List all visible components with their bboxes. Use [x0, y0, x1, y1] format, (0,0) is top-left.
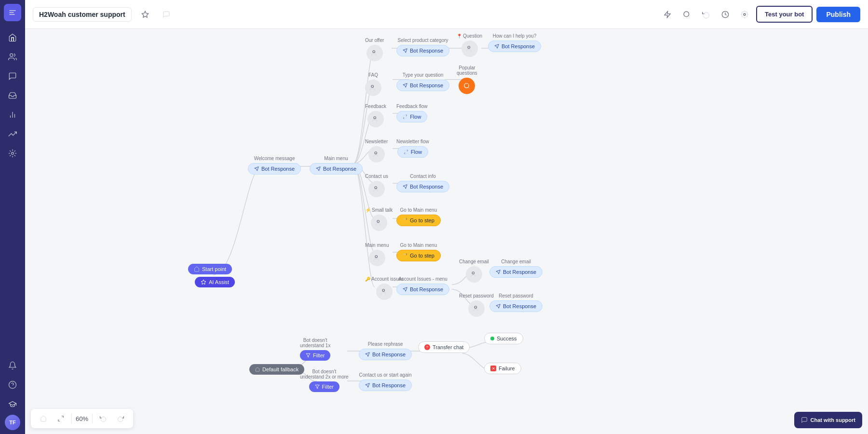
lightning-button[interactable] [660, 7, 675, 22]
sidebar-item-integrations[interactable] [4, 145, 21, 162]
newsletter-node[interactable]: Newsletter [365, 139, 388, 163]
please-rephrase-node[interactable]: Please rephrase Bot Response [359, 341, 412, 360]
go-to-step-1-pill[interactable]: Go to step [396, 215, 441, 226]
publish-button[interactable]: Publish [816, 7, 860, 22]
sidebar-item-notifications[interactable] [4, 357, 21, 374]
change-email-response-node[interactable]: Change email Bot Response [489, 259, 542, 278]
filter-2-pill[interactable]: Filter [309, 381, 339, 392]
sidebar-item-learn[interactable] [4, 395, 21, 413]
contact-info-pill[interactable]: Bot Response [396, 181, 449, 192]
sidebar-item-analytics[interactable] [4, 106, 21, 123]
ai-assist-pill[interactable]: AI Assist [195, 277, 235, 287]
change-email-response-pill[interactable]: Bot Response [489, 266, 542, 278]
failure-node[interactable]: ✕ Failure [484, 363, 521, 374]
go-to-main-menu-2-node[interactable]: Go to Main menu Go to step [396, 243, 441, 261]
account-issues-menu-node[interactable]: Account Issues - menu Bot Response [396, 276, 449, 295]
change-email-circle[interactable] [466, 266, 482, 283]
how-can-i-help-pill[interactable]: Bot Response [488, 41, 541, 52]
reset-password-response-node[interactable]: Reset password Bot Response [489, 293, 542, 312]
svg-marker-63 [306, 353, 310, 357]
popular-questions-node[interactable]: Popularquestions [457, 65, 477, 94]
start-point-pill[interactable]: Start point [188, 264, 232, 274]
select-product-pill[interactable]: Bot Response [396, 45, 449, 56]
contact-info-node[interactable]: Contact info Bot Response [396, 174, 449, 192]
feedback-node[interactable]: Feedback [365, 104, 386, 127]
refresh-button[interactable] [698, 7, 714, 22]
small-talk-circle[interactable] [371, 215, 387, 231]
search-button[interactable] [679, 7, 694, 22]
contact-restart-node[interactable]: Contact us or start again Bot Response [359, 372, 412, 391]
main-menu2-node[interactable]: Main menu [365, 243, 389, 266]
question-circle[interactable] [461, 41, 478, 57]
transfer-chat-node[interactable]: Transfer chat [418, 341, 470, 353]
select-product-node[interactable]: Select product category Bot Response [396, 38, 449, 56]
bot-name[interactable]: H2Woah customer support [33, 7, 132, 22]
faq-node[interactable]: FAQ [365, 72, 381, 96]
please-rephrase-pill[interactable]: Bot Response [359, 349, 412, 360]
success-node[interactable]: Success [484, 333, 523, 344]
reset-password-circle[interactable] [468, 300, 485, 317]
faq-circle[interactable] [365, 80, 381, 96]
start-point-node[interactable]: Start point [188, 264, 232, 274]
expand-button[interactable] [54, 412, 68, 425]
small-talk-node[interactable]: Small talk [365, 207, 393, 231]
svg-point-47 [374, 117, 376, 119]
account-issues-circle[interactable] [376, 284, 393, 300]
default-fallback-pill[interactable]: Default fallback [249, 364, 304, 375]
popular-questions-circle[interactable] [459, 78, 475, 94]
type-question-pill[interactable]: Bot Response [396, 80, 449, 91]
newsletter-flow-pill[interactable]: Flow [397, 146, 428, 158]
our-offer-circle[interactable] [366, 45, 383, 61]
newsletter-flow-node[interactable]: Newsletter flow Flow [396, 139, 429, 158]
test-bot-button[interactable]: Test your bot [756, 6, 813, 23]
fit-view-button[interactable] [37, 412, 50, 425]
history-button[interactable] [718, 7, 733, 22]
main-menu-node[interactable]: Main menu Bot Response [310, 156, 363, 175]
sidebar-item-trends[interactable] [4, 125, 21, 143]
feedback-flow-node[interactable]: Feedback flow Flow [396, 104, 427, 122]
go-to-step-2-pill[interactable]: Go to step [396, 250, 441, 261]
filter-1-pill[interactable]: Filter [300, 350, 330, 361]
contact-us-circle[interactable] [368, 181, 385, 197]
bot-doesnt-2x-node[interactable]: Bot doesn'tunderstand 2x or more Filter [300, 369, 349, 392]
sidebar-item-home[interactable] [4, 29, 21, 46]
feedback-flow-pill[interactable]: Flow [396, 111, 427, 122]
sidebar-item-chat[interactable] [4, 68, 21, 85]
main-menu2-circle[interactable] [369, 250, 385, 266]
bot-doesnt-1x-node[interactable]: Bot doesn'tunderstand 1x Filter [300, 338, 330, 361]
svg-line-71 [58, 419, 60, 421]
magic-button[interactable] [137, 7, 153, 22]
default-fallback-node[interactable]: Default fallback [249, 364, 304, 375]
our-offer-node[interactable]: Our offer [365, 38, 384, 61]
contact-us-node[interactable]: Contact us [365, 174, 388, 197]
redo-button[interactable] [114, 412, 127, 425]
sidebar-item-help[interactable] [4, 376, 21, 393]
welcome-message-node[interactable]: Welcome message Bot Response [248, 156, 301, 175]
sidebar-item-users[interactable] [4, 48, 21, 66]
type-your-question-node[interactable]: Type your question Bot Response [396, 72, 449, 91]
chat-bubble-button[interactable] [159, 7, 174, 22]
change-email-node[interactable]: Change email [459, 259, 489, 283]
main-menu-pill[interactable]: Bot Response [310, 163, 363, 175]
sidebar-logo[interactable] [4, 4, 21, 21]
svg-point-5 [12, 152, 14, 155]
question-node[interactable]: Question [457, 33, 482, 57]
how-can-i-help-node[interactable]: How can I help you? Bot Response [488, 33, 541, 52]
chat-support-button[interactable]: Chat with support [794, 412, 863, 428]
welcome-response-pill[interactable]: Bot Response [248, 163, 301, 175]
svg-point-54 [382, 289, 385, 292]
settings-button[interactable] [737, 7, 752, 22]
undo-button[interactable] [96, 412, 110, 425]
feedback-circle[interactable] [367, 111, 384, 127]
newsletter-circle[interactable] [368, 146, 385, 163]
reset-password-node[interactable]: Reset password [459, 293, 494, 317]
contact-restart-pill[interactable]: Bot Response [359, 380, 412, 391]
sidebar-item-inbox[interactable] [4, 87, 21, 104]
reset-password-response-pill[interactable]: Bot Response [489, 300, 542, 312]
ai-assist-node[interactable]: AI Assist [195, 277, 235, 287]
user-avatar[interactable]: TF [5, 415, 20, 430]
go-to-main-menu-1-node[interactable]: Go to Main menu Go to step [396, 207, 441, 226]
account-issues-menu-pill[interactable]: Bot Response [396, 284, 449, 295]
transfer-chat-pill[interactable]: Transfer chat [418, 341, 470, 353]
svg-point-60 [475, 306, 477, 309]
